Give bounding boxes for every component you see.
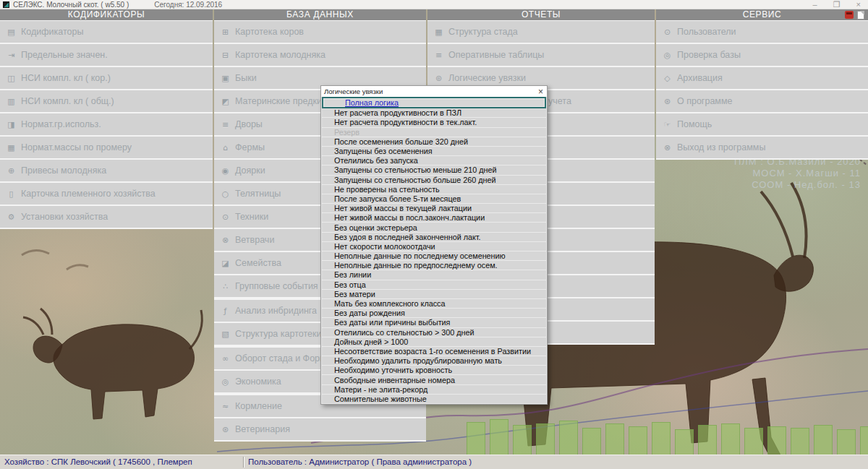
column-header: БАЗА ДАННЫХ: [214, 9, 426, 20]
close-window-icon[interactable]: ×: [856, 1, 861, 9]
menu-item[interactable]: ▦Нормат.массы по промеру: [0, 137, 213, 158]
document-icon[interactable]: [857, 11, 864, 20]
dialog-list-item[interactable]: Необходимо удалить продублированную мать: [322, 356, 546, 366]
menu-item-label: Материнские предки: [235, 96, 322, 106]
dialog-list-item[interactable]: Матери - не элита-рекорд: [322, 385, 546, 395]
item-icon: ▥: [7, 97, 16, 106]
dialog-list-item[interactable]: Необходимо уточнить кровность: [322, 366, 546, 375]
item-icon: ▣: [221, 74, 230, 83]
menu-item[interactable]: ▤Кодификаторы: [0, 21, 213, 43]
app-icon: [3, 1, 9, 8]
menu-item[interactable]: ▥НСИ компл. кл ( общ.): [0, 90, 213, 112]
menu-item-label: Структура картотеки: [235, 329, 321, 339]
dialog-list-item[interactable]: Запущены со стельностью больше 260 дней: [322, 176, 546, 185]
dialog-list-item[interactable]: Без линии: [322, 270, 546, 280]
menu-item-label: Быки: [235, 73, 257, 83]
menu-item-label: О программе: [677, 96, 732, 106]
menu-item-label: Доярки: [235, 165, 265, 176]
item-icon: ▯: [7, 189, 16, 199]
menu-item[interactable]: ⊞Картотека коров: [214, 21, 426, 43]
menu-item[interactable]: ◨Нормат.гр.использ.: [0, 113, 213, 135]
dialog-list-item[interactable]: Отелились без запуска: [322, 156, 546, 165]
menu-item[interactable]: ◇Архивация: [656, 67, 868, 89]
menu-item[interactable]: ⊗Выход из программы: [656, 137, 868, 158]
menu-item[interactable]: ⊛О программе: [656, 90, 868, 112]
dialog-list-item[interactable]: Нет живой массы в посл.законч.лактации: [322, 213, 546, 223]
menu-item-label: учета: [548, 96, 571, 106]
dialog-list-item[interactable]: Запущены без осеменения: [322, 147, 546, 156]
dialog-list-item[interactable]: Дойных дней > 1000: [322, 337, 546, 347]
dialog-list-item[interactable]: Без даты или причины выбытия: [322, 318, 546, 327]
item-icon: ▤: [7, 27, 16, 37]
menu-item-label: Нормат.гр.использ.: [21, 119, 101, 129]
item-icon: ≈: [221, 402, 230, 411]
dialog-list-item[interactable]: Без оценки экстерьера: [322, 223, 546, 232]
item-icon: ⊛: [221, 425, 230, 434]
menu-item-label: Кодификаторы: [21, 27, 83, 37]
dialog-list-item[interactable]: После запуска более 5-ти месяцев: [322, 194, 546, 204]
dialog-list-item[interactable]: Нет расчета продуктивности в тек.лакт.: [322, 118, 546, 127]
dialog-list-item[interactable]: Свободные инвентарные номера: [322, 375, 546, 384]
dialog-list-item[interactable]: Резерв: [322, 128, 546, 137]
close-icon[interactable]: ×: [538, 87, 543, 96]
restore-icon[interactable]: ❐: [833, 1, 841, 9]
menu-item-label: Ветеринария: [235, 424, 290, 434]
item-icon: ○: [221, 189, 230, 199]
item-icon: ƒ: [221, 306, 230, 316]
dialog-list-item[interactable]: Сомнительные животные: [322, 395, 546, 403]
dialog-list-item[interactable]: Отелились со стельностью > 300 дней: [322, 328, 546, 337]
dialog-list-item[interactable]: Нет расчета продуктивности в ПЗЛ: [322, 108, 546, 118]
dialog-list-item[interactable]: Нет скорости молокоотдачи: [322, 242, 546, 251]
item-icon: ⊚: [434, 74, 443, 83]
item-icon: ☞: [663, 120, 672, 129]
printer-icon[interactable]: [845, 11, 854, 19]
dialog-titlebar: Логические увязки ×: [321, 86, 547, 97]
dialog-list-item[interactable]: Не проверены на стельность: [322, 185, 546, 194]
item-icon: ⊞: [221, 27, 230, 37]
dialog-list-item[interactable]: Полная логика: [322, 97, 546, 108]
menu-item[interactable]: ⊟Картотека молодняка: [214, 44, 426, 66]
menu-item[interactable]: ⚙Установки хозяйства: [0, 206, 213, 228]
dialog-list-item[interactable]: Без даты рождения: [322, 309, 546, 318]
today-date: Сегодня: 12.09.2016: [154, 1, 222, 9]
statusbar-farm: Хозяйство : СПК Левочский ( 1745600 , Пл…: [0, 457, 244, 468]
menu-item-label: Структура стада: [448, 27, 518, 37]
item-icon: ⊗: [663, 143, 672, 152]
item-icon: ▧: [221, 330, 230, 339]
menu-column: КОДИФИКАТОРЫ▤Кодификаторы⇥Предельные зна…: [0, 9, 213, 229]
menu-item[interactable]: ▯Карточка племенного хозяйства: [0, 183, 213, 205]
dialog-list-item[interactable]: Без матери: [322, 290, 546, 299]
menu-item[interactable]: ◎Проверка базы: [656, 44, 868, 66]
menu-item[interactable]: ⇥Предельные значен.: [0, 44, 213, 66]
menu-item-label: Телятницы: [235, 189, 281, 199]
menu-item[interactable]: ⊛Ветеринария: [214, 418, 426, 440]
column-header: СЕРВИС: [656, 9, 868, 20]
menu-item[interactable]: ☞Помощь: [656, 113, 868, 135]
dialog-list-item[interactable]: Несоответствие возраста 1-го осеменения …: [322, 347, 546, 356]
minimize-icon[interactable]: –: [813, 1, 817, 9]
item-icon: ⊛: [663, 97, 672, 106]
dialog-list-item[interactable]: Без отца: [322, 280, 546, 290]
dialog-list-item[interactable]: Запущены со стельностью меньше 210 дней: [322, 165, 546, 175]
item-icon: ≡: [434, 51, 443, 60]
menu-item[interactable]: ⊙Пользователи: [656, 21, 868, 43]
dialog-list-item[interactable]: Неполные данные по последнему осеменению: [322, 251, 546, 261]
menu-item-label: Выход из программы: [677, 142, 765, 152]
menu-item[interactable]: ◫НСИ компл. кл ( кор.): [0, 67, 213, 89]
dialog-list-item[interactable]: Неполные данные по предпоследнему осем.: [322, 261, 546, 270]
dialog-list-item[interactable]: Нет живой массы в текущей лактации: [322, 204, 546, 213]
item-icon: ◨: [7, 120, 16, 129]
menu-item-label: Кормление: [235, 401, 282, 411]
dialog-list-item[interactable]: Мать без комплексного класса: [322, 299, 546, 309]
menu-item-label: НСИ компл. кл ( кор.): [21, 73, 111, 83]
menu-item[interactable]: ≡Оперативные таблицы: [427, 44, 655, 66]
menu-item-label: Логические увязки: [448, 73, 526, 83]
dialog-list-item[interactable]: Без удоя в последней законченной лакт.: [322, 233, 546, 242]
menu-item[interactable]: ⊕Привесы молодняка: [0, 160, 213, 181]
item-icon: ◎: [663, 51, 672, 60]
statusbar-user: Пользователь : Администратор ( Права адм…: [244, 457, 476, 468]
menu-item[interactable]: ▦Структура стада: [427, 21, 655, 43]
dialog-list-item[interactable]: После осеменения больше 320 дней: [322, 137, 546, 147]
menu-item-label: НСИ компл. кл ( общ.): [21, 96, 114, 106]
item-icon: ≡: [221, 120, 230, 129]
